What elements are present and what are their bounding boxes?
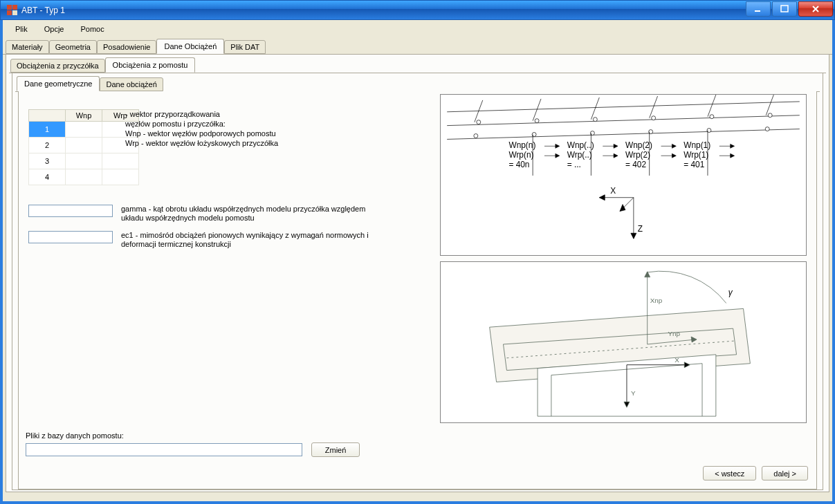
- close-button[interactable]: [798, 1, 833, 17]
- svg-text:Z: Z: [638, 224, 643, 234]
- ec1-description: ec1 - mimośród obciążeń pionowych wynika…: [121, 231, 370, 249]
- files-label: Pliki z bazy danych pomostu:: [26, 431, 360, 440]
- app-icon: [6, 5, 17, 16]
- svg-text:Wrp(n): Wrp(n): [508, 150, 533, 160]
- svg-marker-54: [614, 153, 618, 158]
- svg-text:X: X: [610, 186, 616, 196]
- svg-text:Wrp(..): Wrp(..): [567, 150, 592, 160]
- menu-file[interactable]: Plik: [7, 24, 36, 35]
- row-idx[interactable]: 4: [29, 169, 66, 185]
- svg-rect-0: [755, 10, 760, 12]
- row-idx[interactable]: 1: [29, 122, 66, 138]
- cell-wnp[interactable]: [66, 138, 102, 153]
- svg-text:Wnp(1): Wnp(1): [683, 140, 710, 150]
- svg-line-10: [766, 95, 774, 115]
- svg-point-14: [652, 116, 656, 120]
- tab-obc-pomostu[interactable]: Obciążenia z pomostu: [105, 57, 196, 73]
- desc-line: Wrp - wektor węzłów łożyskowych przyczół…: [125, 138, 333, 148]
- svg-text:Xnp: Xnp: [650, 297, 663, 304]
- diagram-bottom: γ Xnp Ynp X Y: [440, 261, 807, 423]
- svg-text:Wrp(1): Wrp(1): [683, 150, 708, 160]
- svg-line-4: [447, 129, 800, 140]
- tab-dane-obc[interactable]: Dane obciążeń: [100, 77, 163, 91]
- tab-plik-dat[interactable]: Plik DAT: [224, 40, 266, 54]
- svg-marker-60: [731, 144, 735, 148]
- main-tabstrip: Materiały Geometria Posadowienie Dane Ob…: [3, 39, 832, 55]
- svg-text:Wnp(2): Wnp(2): [625, 140, 652, 150]
- tab-geometria[interactable]: Geometria: [49, 40, 97, 54]
- svg-line-8: [650, 96, 658, 118]
- table-row[interactable]: 4: [29, 169, 139, 185]
- w-table[interactable]: Wnp Wrp 1 2: [28, 109, 139, 185]
- svg-marker-58: [672, 153, 676, 158]
- svg-marker-71: [645, 272, 650, 277]
- tab-dane-obciazen[interactable]: Dane Obciążeń: [156, 39, 224, 54]
- svg-text:Y: Y: [631, 389, 636, 397]
- cell-wrp[interactable]: [102, 153, 139, 169]
- svg-line-3: [447, 115, 800, 126]
- svg-marker-30: [620, 205, 625, 212]
- desc-line: Wnp - wektor węzłów podporowych pomostu: [125, 129, 333, 138]
- next-button[interactable]: dalej >: [762, 466, 808, 480]
- vec-description: - wektor przyporządkowania węzłów pomost…: [125, 109, 333, 148]
- svg-line-2: [447, 102, 800, 112]
- file-path-input[interactable]: [26, 443, 302, 456]
- svg-text:γ: γ: [728, 288, 733, 297]
- table-row[interactable]: 2: [29, 138, 139, 153]
- desc-line: - wektor przyporządkowania: [125, 109, 333, 119]
- svg-marker-48: [556, 144, 560, 148]
- menu-bar: Plik Opcje Pomoc: [3, 20, 832, 38]
- svg-line-6: [533, 99, 541, 121]
- cell-wnp[interactable]: [66, 122, 102, 138]
- nav-buttons: < wstecz dalej >: [703, 466, 808, 480]
- maximize-button[interactable]: [772, 1, 797, 17]
- gamma-description: gamma - kąt obrotu układu współrzędnych …: [121, 205, 370, 223]
- svg-marker-28: [599, 195, 605, 200]
- tab-posadowienie[interactable]: Posadowienie: [97, 40, 157, 54]
- svg-text:Wnp(..): Wnp(..): [567, 140, 594, 150]
- cell-wnp[interactable]: [66, 169, 102, 185]
- tab-materialy[interactable]: Materiały: [6, 40, 49, 54]
- svg-text:Wnp(n): Wnp(n): [508, 140, 535, 150]
- row-idx[interactable]: 2: [29, 138, 66, 153]
- svg-text:Wrp(2): Wrp(2): [625, 150, 650, 160]
- row-idx[interactable]: 3: [29, 153, 66, 169]
- tab-dane-geom[interactable]: Dane geometryczne: [17, 76, 100, 91]
- svg-point-13: [593, 118, 597, 122]
- cell-wnp[interactable]: [66, 153, 102, 169]
- cell-wrp[interactable]: [102, 169, 139, 185]
- svg-line-7: [591, 97, 599, 120]
- menu-help[interactable]: Pomoc: [72, 24, 112, 35]
- svg-point-16: [768, 113, 772, 118]
- desc-line: węzłów pomostu i przyczółka:: [125, 119, 333, 129]
- minimize-button[interactable]: [746, 1, 771, 17]
- change-button[interactable]: Zmień: [311, 442, 360, 457]
- svg-point-11: [477, 120, 481, 124]
- menu-options[interactable]: Opcje: [36, 24, 73, 35]
- sub1-tabstrip: Obciążenia z przyczółka Obciążenia z pom…: [9, 57, 826, 73]
- svg-rect-1: [781, 6, 788, 12]
- diagram-top: Wnp(n) Wrp(n) = 40n Wnp(..) Wrp(..) = ..…: [440, 94, 807, 256]
- svg-marker-56: [672, 144, 676, 148]
- left-panel: Wnp Wrp 1 2: [28, 109, 388, 249]
- svg-point-12: [535, 119, 539, 123]
- tab-obc-przyczolka[interactable]: Obciążenia z przyczółka: [10, 59, 105, 73]
- svg-marker-32: [631, 233, 636, 239]
- svg-marker-50: [556, 153, 560, 158]
- sub1-tabpage: Dane geometryczne Dane obciążeń Wnp Wrp: [12, 73, 823, 490]
- svg-text:X: X: [675, 356, 679, 364]
- gamma-input[interactable]: [28, 205, 113, 217]
- app-window: ABT - Typ 1 Plik Opcje Pomoc Materiały G…: [0, 0, 835, 504]
- main-tabpage: Obciążenia z przyczółka Obciążenia z pom…: [6, 54, 829, 492]
- sub2-tabpage: Wnp Wrp 1 2: [18, 91, 817, 489]
- col-wnp: Wnp: [66, 110, 102, 122]
- table-row[interactable]: 3: [29, 153, 139, 169]
- svg-line-9: [708, 95, 716, 117]
- table-row[interactable]: 1: [29, 122, 139, 138]
- svg-text:= 401: = 401: [683, 160, 704, 169]
- file-section: Pliki z bazy danych pomostu: Zmień: [26, 431, 360, 457]
- ec1-input[interactable]: [28, 231, 113, 243]
- svg-text:= ...: = ...: [567, 160, 581, 169]
- back-button[interactable]: < wstecz: [703, 466, 756, 480]
- title-bar: ABT - Typ 1: [0, 0, 835, 20]
